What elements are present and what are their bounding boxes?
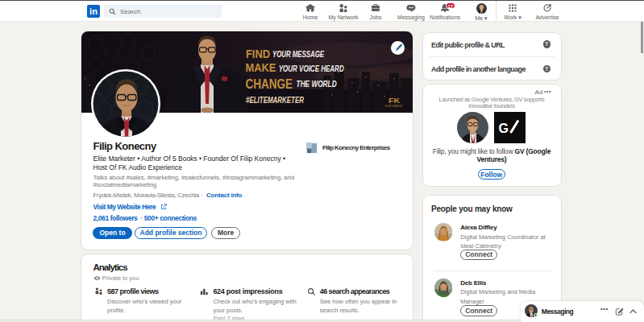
svg-text:YOUR MESSAGE: YOUR MESSAGE — [272, 50, 324, 59]
svg-text:FIND: FIND — [246, 47, 270, 60]
svg-text:FILIP KONECNY: FILIP KONECNY — [385, 105, 402, 108]
svg-text:#ELITEMARKETER: #ELITEMARKETER — [246, 95, 304, 105]
svg-text:THE WORLD: THE WORLD — [297, 80, 337, 89]
svg-text:YOUR VOICE HEARD: YOUR VOICE HEARD — [279, 64, 344, 73]
svg-text:MAKE: MAKE — [245, 60, 276, 74]
svg-text:FK: FK — [388, 97, 401, 105]
svg-text:G: G — [499, 122, 509, 135]
svg-text:CHANGE: CHANGE — [245, 77, 293, 91]
